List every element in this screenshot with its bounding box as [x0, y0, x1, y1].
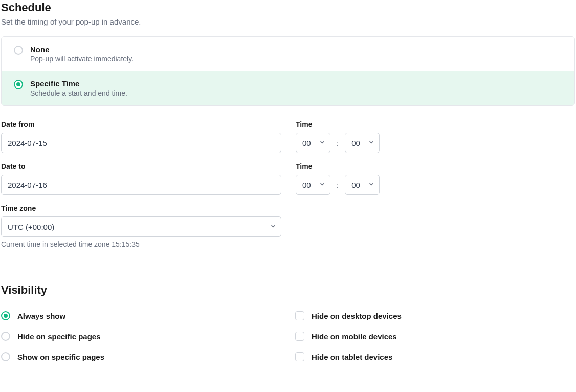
visibility-hide-pages-label: Hide on specific pages [17, 332, 101, 341]
radio-icon [1, 332, 10, 341]
date-to-input[interactable] [1, 175, 281, 195]
time-separator: : [337, 139, 339, 147]
checkbox-icon [295, 311, 304, 320]
radio-icon [1, 352, 10, 361]
schedule-option-none[interactable]: None Pop-up will activate immediately. [2, 37, 574, 71]
visibility-option-show-pages[interactable]: Show on specific pages [1, 352, 281, 361]
option-none-title: None [30, 45, 562, 54]
visibility-desktop-label: Hide on desktop devices [312, 312, 402, 320]
radio-icon [1, 311, 10, 320]
timezone-value: UTC (+00:00) [8, 223, 54, 231]
visibility-check-tablet[interactable]: Hide on tablet devices [295, 352, 575, 361]
option-specific-sub: Schedule a start and end time. [30, 89, 562, 97]
radio-icon [14, 46, 23, 55]
visibility-option-always[interactable]: Always show [1, 311, 281, 320]
time-separator: : [337, 181, 339, 189]
time-from-hour-select[interactable]: 00 [296, 133, 330, 153]
visibility-always-label: Always show [17, 312, 65, 320]
timezone-label: Time zone [1, 204, 575, 212]
date-to-label: Date to [1, 162, 281, 170]
schedule-title: Schedule [1, 1, 575, 14]
section-divider [1, 267, 575, 267]
radio-icon [14, 80, 23, 89]
time-to-hour-value: 00 [302, 181, 311, 189]
visibility-title: Visibility [1, 284, 575, 297]
visibility-mobile-label: Hide on mobile devices [312, 332, 397, 341]
checkbox-icon [295, 332, 304, 341]
time-to-hour-select[interactable]: 00 [296, 175, 330, 195]
checkbox-icon [295, 352, 304, 361]
time-to-label: Time [296, 162, 575, 170]
option-none-sub: Pop-up will activate immediately. [30, 55, 562, 63]
timezone-select[interactable]: UTC (+00:00) [1, 216, 281, 237]
time-to-minute-value: 00 [351, 181, 360, 189]
visibility-check-desktop[interactable]: Hide on desktop devices [295, 311, 575, 320]
time-from-minute-select[interactable]: 00 [345, 133, 380, 153]
time-from-minute-value: 00 [351, 139, 360, 147]
timezone-current-time: Current time in selected time zone 15:15… [1, 240, 575, 248]
schedule-description: Set the timing of your pop-up in advance… [1, 17, 575, 26]
time-from-hour-value: 00 [302, 139, 311, 147]
option-specific-title: Specific Time [30, 79, 562, 88]
visibility-check-mobile[interactable]: Hide on mobile devices [295, 332, 575, 341]
date-from-input[interactable] [1, 133, 281, 153]
schedule-mode-group: None Pop-up will activate immediately. S… [1, 36, 575, 106]
date-from-label: Date from [1, 120, 281, 128]
visibility-show-pages-label: Show on specific pages [17, 353, 104, 361]
schedule-option-specific[interactable]: Specific Time Schedule a start and end t… [1, 71, 575, 106]
time-from-label: Time [296, 120, 575, 128]
time-to-minute-select[interactable]: 00 [345, 175, 380, 195]
visibility-option-hide-pages[interactable]: Hide on specific pages [1, 332, 281, 341]
visibility-tablet-label: Hide on tablet devices [312, 353, 392, 361]
